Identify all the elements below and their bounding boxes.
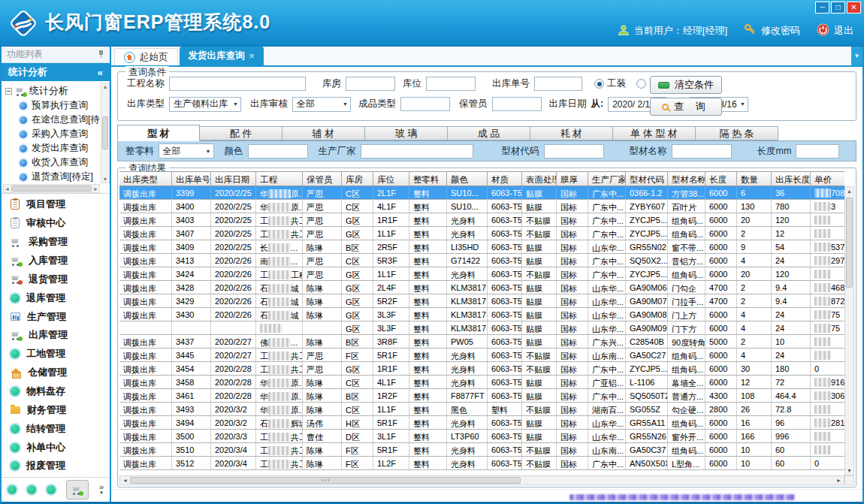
column-header-8[interactable]: 颜色: [447, 172, 488, 186]
table-row-5[interactable]: 调拨出库34132020/2/26南...严思C区5R3F整料G71422606…: [119, 254, 844, 267]
table-row-16[interactable]: 调拨出库34932020/3/2华原...陈琳C区1L1F整料黑色塑料不贴膜国标…: [119, 403, 844, 416]
table-row-3[interactable]: 调拨出库34072020/2/25工共工程严思G区1L1F整料光身料6063-T…: [119, 227, 844, 240]
tree-horizontal-scrollbar[interactable]: ◄ ►: [3, 184, 100, 193]
column-header-10[interactable]: 表面处理: [522, 172, 557, 186]
green-dot-icon[interactable]: [27, 485, 36, 494]
grid-vertical-scrollbar[interactable]: ▲ ▼: [844, 186, 854, 475]
sidebar-module-7[interactable]: 出库管理: [11, 328, 110, 342]
column-header-12[interactable]: 生产厂家: [588, 172, 626, 186]
sidebar-module-6[interactable]: 生产管理: [11, 310, 110, 324]
material-tab-5[interactable]: 耗 材: [530, 126, 613, 140]
scroll-left-icon[interactable]: ◄: [5, 186, 10, 192]
cart-shortcut-button[interactable]: [66, 480, 89, 499]
table-row-7[interactable]: 调拨出库34282020/2/26石城陈琳G区2L4F整料KLM38176063…: [119, 281, 844, 294]
sidebar-module-2[interactable]: 采购管理: [11, 235, 110, 249]
column-header-14[interactable]: 型材名称: [668, 172, 705, 186]
scroll-up-icon[interactable]: ▲: [103, 84, 108, 89]
table-row-20[interactable]: 调拨出库35122020/3/4工共工程陈琳F区1L2F整料光身料6063-T5…: [119, 457, 844, 470]
scroll-down-icon[interactable]: ▼: [103, 177, 108, 182]
table-row-1[interactable]: 调拨出库34002020/2/25华原...严思C区4L1F整料SU10...6…: [119, 200, 844, 213]
sidebar-module-14[interactable]: 报废管理: [11, 459, 110, 472]
search-button[interactable]: 查 询: [650, 98, 722, 116]
product-type-input[interactable]: [400, 97, 450, 111]
table-row-2[interactable]: 调拨出库34032020/2/25工共工程严思G区1R1F整料光身料6063-T…: [119, 213, 844, 227]
table-row-12[interactable]: 调拨出库34452020/2/27工共工程严思F区5R1F整料光身料6063-T…: [119, 349, 844, 362]
tree-item-5[interactable]: 退货查询[待定]: [5, 170, 99, 184]
sidebar-module-8[interactable]: 工地管理: [11, 347, 110, 361]
material-tab-1[interactable]: 配 件: [200, 126, 282, 140]
table-row-19[interactable]: 调拨出库35102020/3/4工共工程陈琳F区5R1F整料光身料6063-T5…: [119, 443, 844, 457]
clear-conditions-button[interactable]: 清空条件: [650, 76, 722, 94]
tab-shipment-outbound-query[interactable]: 发货出库查询 ×: [180, 47, 264, 65]
sidebar-module-4[interactable]: 退货管理: [11, 273, 110, 286]
tree-item-0[interactable]: 预算执行查询: [5, 98, 99, 113]
tab-close-icon[interactable]: ×: [249, 51, 255, 62]
scroll-right-icon[interactable]: ►: [836, 478, 841, 483]
tree-vertical-scrollbar[interactable]: ▲ ▼: [101, 83, 110, 183]
column-header-15[interactable]: 长度: [705, 172, 737, 186]
table-row-18[interactable]: 调拨出库35002020/3/3工共工程曹佳D区3L1F整料LT3P606063…: [119, 430, 844, 443]
change-password-link[interactable]: 修改密码: [761, 24, 800, 38]
sidebar-module-5[interactable]: 退库管理: [11, 291, 110, 305]
material-tab-3[interactable]: 玻 璃: [365, 126, 448, 140]
outbound-audit-combo[interactable]: 全部 ▼: [292, 97, 351, 112]
table-row-6[interactable]: 调拨出库34242020/2/26工工程严思G区1L1F整料光身料6063-T5…: [119, 267, 844, 281]
sidebar-module-0[interactable]: 项目管理: [11, 198, 110, 211]
table-row-14[interactable]: 调拨出库34582020/2/28华原...陈琳C区4L1F整料光身料6063-…: [119, 376, 844, 389]
profile-name-input[interactable]: [672, 144, 732, 158]
grid-horizontal-scrollbar[interactable]: ◄ ►: [119, 475, 844, 485]
table-row-8[interactable]: 调拨出库34292020/2/26石城陈琳G区5R2F整料KLM38176063…: [119, 294, 844, 308]
table-row-10[interactable]: G区3L3F整料KLM38176063-T5贴膜国标山东华...GA90M09.…: [119, 321, 844, 335]
material-tab-0[interactable]: 型 材: [117, 125, 200, 141]
column-header-18[interactable]: 单价: [811, 172, 844, 186]
sidebar-module-3[interactable]: 入库管理: [11, 254, 110, 267]
table-row-0[interactable]: 调拨出库33992020/2/25华原...严思C区2L1F整料SU10...6…: [119, 186, 844, 200]
green-dot-icon[interactable]: [8, 485, 17, 494]
table-row-17[interactable]: 调拨出库34942020/3/2石辉城汤伟H区5R1F整料光身料6063-T5贴…: [119, 416, 844, 430]
whole-part-combo[interactable]: 全部 ▼: [159, 143, 214, 158]
green-dot-icon[interactable]: [47, 485, 56, 494]
table-row-11[interactable]: 调拨出库34372020/2/27佛...陈琳B区3R8F整料PW056063-…: [119, 335, 844, 349]
pin-icon[interactable]: [98, 50, 104, 59]
table-row-15[interactable]: 调拨出库34612020/2/28华原...陈琳B区1R2F整料F8877FT6…: [119, 389, 844, 403]
material-tab-7[interactable]: 隔 热 条: [696, 126, 778, 140]
sidebar-module-10[interactable]: 物料盘存: [11, 385, 110, 398]
tree-item-3[interactable]: 发货出库查询: [5, 141, 99, 155]
logout-link[interactable]: 退出: [834, 24, 853, 38]
sidebar-module-12[interactable]: 结转管理: [11, 422, 110, 436]
scroll-right-icon[interactable]: ►: [93, 186, 98, 192]
profile-code-input[interactable]: [544, 144, 604, 158]
color-input[interactable]: [248, 144, 308, 158]
sidebar-module-11[interactable]: 财务管理: [11, 403, 110, 417]
column-header-9[interactable]: 材质: [488, 172, 522, 186]
table-row-13[interactable]: 调拨出库34542020/2/28工共工程严思G区1R1F整料光身料6063-T…: [119, 362, 844, 376]
keeper-input[interactable]: [492, 97, 542, 111]
column-header-5[interactable]: 库房: [342, 172, 373, 186]
table-row-9[interactable]: 调拨出库34302020/2/26石城陈琳G区3L3F整料KLM38176063…: [119, 308, 844, 321]
column-header-16[interactable]: 数量: [737, 172, 772, 186]
tree-item-1[interactable]: 在途信息查询[待: [5, 113, 99, 127]
tab-overflow-dropdown[interactable]: ▼: [851, 47, 862, 65]
scroll-down-icon[interactable]: ▼: [847, 468, 852, 473]
column-header-0[interactable]: 出库类型: [119, 172, 172, 186]
sidebar-module-13[interactable]: 补单中心: [11, 441, 110, 454]
warehouse-input[interactable]: [346, 77, 395, 91]
column-header-7[interactable]: 整零料: [409, 172, 447, 186]
close-button[interactable]: ✕: [847, 2, 861, 14]
column-header-6[interactable]: 库位: [373, 172, 409, 186]
maximize-button[interactable]: □: [831, 2, 845, 14]
scroll-left-icon[interactable]: ◄: [122, 478, 128, 483]
scrollbar-thumb[interactable]: [11, 186, 92, 192]
column-header-1[interactable]: 出库单号: [172, 172, 211, 186]
sidebar-module-9[interactable]: 仓储管理: [11, 366, 110, 379]
sidebar-module-1[interactable]: 审核中心: [11, 216, 110, 230]
outbound-type-combo[interactable]: 生产领料出库 ▼: [169, 97, 241, 112]
material-tab-4[interactable]: 成 品: [448, 126, 530, 140]
material-tab-2[interactable]: 辅 材: [282, 126, 365, 140]
column-header-3[interactable]: 工程: [256, 172, 303, 186]
scrollbar-thumb[interactable]: [846, 198, 853, 288]
tree-item-4[interactable]: 收货入库查询: [5, 155, 99, 170]
column-header-2[interactable]: 出库日期: [211, 172, 256, 186]
tree-expander-icon[interactable]: [5, 88, 12, 95]
sidebar-group-header[interactable]: 统计分析 «: [2, 63, 110, 81]
